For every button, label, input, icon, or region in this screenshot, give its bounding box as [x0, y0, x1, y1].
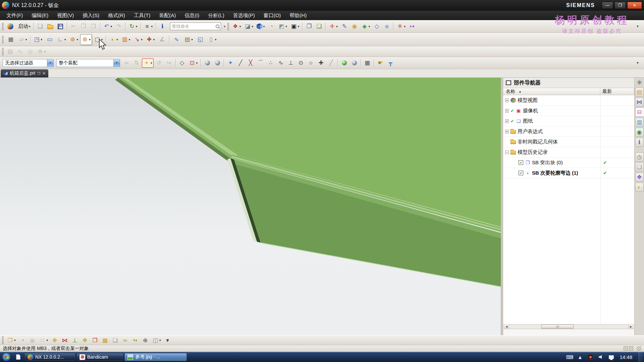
combo-dropdown-icon[interactable]: ▼ — [113, 59, 120, 67]
toolbar1-overflow-icon[interactable]: ▾ — [633, 22, 642, 31]
snap-perpendicular-icon[interactable]: ⊥ — [286, 58, 296, 68]
sequence-constraints-icon[interactable]: ⊥ — [70, 336, 79, 345]
interpart-copy-icon[interactable]: ↬ — [130, 336, 140, 345]
snap-point-plus-icon[interactable]: ✚ — [316, 58, 326, 68]
bottombar-more-icon[interactable]: ▾ — [163, 336, 172, 345]
taskbar-btn-image[interactable]: 参考.jpg - ... — [124, 353, 187, 361]
flat-pattern-icon[interactable]: ▭ — [44, 34, 55, 45]
nav-row-sb-tab[interactable]: ✔ ❒ SB 突出块 (0) ✔ — [503, 158, 634, 168]
node-label[interactable]: 非时间戳记几何体 — [518, 139, 558, 145]
edit-object-display-icon[interactable]: ✎ — [340, 22, 349, 31]
taskbar-clock[interactable]: 14:48 — [620, 354, 632, 360]
start-app-button[interactable]: 启动 — [15, 22, 32, 31]
reuse-library-tab[interactable]: ▥ — [635, 118, 644, 127]
pattern-component-icon[interactable]: ∷ — [38, 336, 50, 345]
menu-edit[interactable]: 编辑(E) — [27, 11, 53, 20]
move-component-alt-icon[interactable]: ✥ — [50, 336, 59, 345]
menu-info[interactable]: 信息(I) — [180, 11, 204, 20]
window-layout-icon[interactable]: ❖ — [231, 22, 243, 31]
cutout-icon[interactable]: ▢ — [93, 34, 104, 45]
immediate-hide-icon[interactable]: ◇ — [372, 22, 381, 31]
find-in-scope-icon[interactable]: ∞ — [122, 58, 131, 68]
status-panel-toggle-icons[interactable] — [624, 346, 633, 351]
isometric-view-icon[interactable] — [255, 22, 266, 31]
nav-row-sb-contour-flange[interactable]: ✔ ◖ SB 次要轮廓弯边 (1) ✔ — [503, 168, 634, 178]
bend-icon[interactable]: ∟ — [56, 34, 67, 45]
taskbar-btn-nx[interactable]: NX 12.0.0.2... — [24, 353, 75, 361]
node-label[interactable]: 摄像机 — [523, 108, 538, 114]
nav-row-drawing[interactable]: + ✔ ❏ 图纸 — [503, 116, 634, 126]
rail-settings-icon[interactable]: ✱ — [635, 78, 644, 86]
expander-icon[interactable]: + — [505, 119, 509, 123]
menu-window[interactable]: 窗口(O) — [259, 11, 285, 20]
rotate-about-icon[interactable]: ↺ — [154, 58, 164, 68]
maximize-view-icon[interactable]: ❏ — [314, 22, 324, 31]
nx-mini-logo-icon[interactable] — [5, 22, 15, 31]
washer-icon[interactable]: ◎ — [25, 47, 35, 56]
bead-icon[interactable]: ◗ — [108, 34, 119, 45]
history-tab[interactable]: ◷ — [635, 153, 644, 162]
snap-slash-icon[interactable]: ╱ — [326, 58, 336, 68]
expander-icon[interactable]: + — [505, 130, 509, 133]
node-label[interactable]: 模型历史记录 — [518, 149, 548, 156]
preview-eye-icon[interactable] — [339, 58, 349, 68]
start-button[interactable] — [2, 353, 11, 362]
navigator-hscrollbar[interactable]: ◀ ▶ — [504, 324, 634, 329]
menu-format[interactable]: 格式(R) — [104, 11, 129, 20]
snap-spline-icon[interactable]: ∿ — [276, 58, 285, 68]
touch-mode-icon[interactable]: ☛ — [376, 58, 385, 68]
menu-preferences[interactable]: 首选项(P) — [229, 11, 259, 20]
menu-help[interactable]: 帮助(H) — [285, 11, 311, 20]
menu-assembly[interactable]: 装配(A) — [155, 11, 180, 20]
assembly-arrangements-icon[interactable]: ❒ — [90, 336, 100, 345]
part-tab[interactable]: 机箱后盖.prt ❐ ✕ — [1, 69, 48, 77]
combo-dropdown-icon[interactable]: ▼ — [47, 59, 53, 67]
selection-filter-combo[interactable]: 无选择过滤器 ▼ — [3, 59, 54, 67]
network-icon[interactable] — [608, 354, 614, 360]
wave-link-icon[interactable]: ∞ — [120, 336, 130, 345]
section-view-icon[interactable]: ◩ — [277, 22, 288, 31]
command-finder[interactable] — [170, 22, 221, 30]
volume-icon[interactable] — [597, 354, 604, 360]
select-solid-icon[interactable]: ◇ — [177, 58, 187, 68]
sheet-blank-icon[interactable]: ▱ — [17, 34, 29, 45]
object-palette-icon[interactable]: ◉ — [350, 22, 359, 31]
flange-icon[interactable]: ✚ — [145, 34, 156, 45]
sketch-icon[interactable]: ▦ — [5, 34, 16, 45]
manage-views-tab[interactable]: ❖ — [635, 173, 644, 182]
roles-tab[interactable]: ◐ — [635, 183, 644, 192]
menu-analysis[interactable]: 分析(L) — [204, 11, 228, 20]
tsquare-icon[interactable]: ┳ — [386, 58, 395, 68]
highlight-shaded-icon[interactable] — [203, 58, 212, 68]
interpart-select-icon[interactable]: ⇅ — [132, 58, 141, 68]
grid-icon[interactable]: ▦ — [363, 58, 372, 68]
mirror-assembly-icon[interactable]: ⋈ — [60, 336, 69, 345]
float-window-icon[interactable]: ❐ — [304, 22, 314, 31]
paste-icon[interactable]: ❒ — [89, 22, 98, 31]
undo-icon[interactable]: ↶ — [102, 22, 114, 31]
bandicam-record-icon[interactable] — [587, 354, 594, 360]
remember-constraints-icon[interactable]: ▣ — [28, 336, 37, 345]
redo-icon[interactable]: ↷ — [114, 22, 123, 31]
web-browser-tab[interactable]: ℹ — [635, 138, 644, 147]
restore-button[interactable]: ❐ — [614, 2, 626, 9]
ime-keyboard-icon[interactable]: ⌨ — [566, 354, 573, 360]
tab-close-icon[interactable]: ✕ — [42, 71, 46, 76]
snap-line-icon[interactable]: ╱ — [236, 58, 245, 68]
louver-icon[interactable]: ▥ — [120, 34, 132, 45]
expander-icon[interactable]: + — [505, 99, 509, 102]
feature-checkbox[interactable]: ✔ — [519, 160, 523, 165]
clip-section-icon[interactable]: ◔ — [267, 22, 276, 31]
show-hide-icon[interactable]: ◈ — [360, 22, 372, 31]
wcs-orient-icon[interactable]: ✛ — [327, 22, 339, 31]
selbar-overflow-icon[interactable]: ▾ — [633, 58, 642, 68]
menu-tools[interactable]: 工具(T) — [129, 11, 155, 20]
material-ball-icon[interactable] — [350, 58, 359, 68]
taskbar-btn-bandicam[interactable]: Bandicam — [76, 353, 123, 361]
expander-icon[interactable]: − — [505, 150, 509, 154]
select-curve-icon[interactable]: ↪ — [164, 58, 174, 68]
snap-spline-point-icon[interactable]: ∴ — [266, 58, 275, 68]
snap-midpoint-icon[interactable]: ✦ — [226, 58, 235, 68]
snap-point-icon[interactable]: ⌖ — [142, 58, 154, 68]
move-component-icon[interactable]: ❒ — [5, 336, 17, 345]
